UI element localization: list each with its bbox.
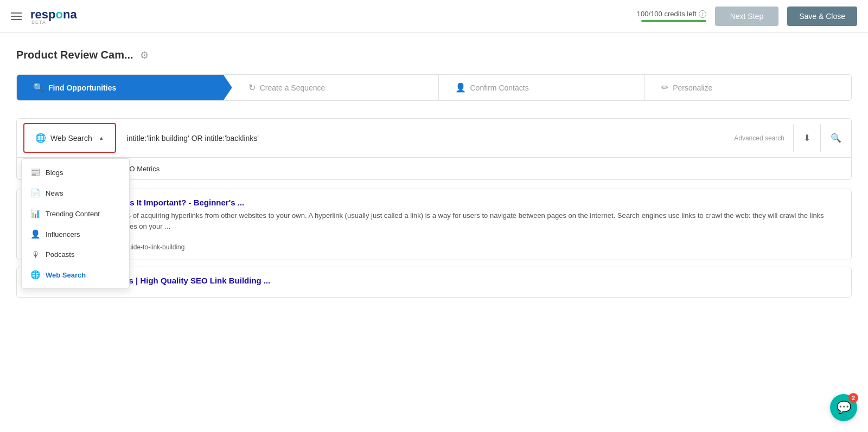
dropdown-item-podcasts[interactable]: 🎙 Podcasts <box>22 244 129 265</box>
sequence-step-icon: ↻ <box>248 82 256 93</box>
credits-bar <box>641 20 706 22</box>
dropdown-item-influencers[interactable]: 👤 Influencers <box>22 224 129 244</box>
result-desc-1: Link building is the process of acquirin… <box>46 210 840 231</box>
trending-icon: 📊 <box>30 209 40 218</box>
workflow-steps: 🔍 Find Opportunities ↻ Create a Sequence… <box>16 74 852 101</box>
search-type-wrapper: 🌐 Web Search ▲ 📰 Blogs 📄 News 📊 <box>17 119 123 157</box>
credits-text: 100/100 credits left <box>637 10 697 18</box>
dropdown-item-web-search[interactable]: 🌐 Web Search <box>22 265 129 285</box>
dropdown-influencers-label: Influencers <box>46 230 80 238</box>
search-type-label: Web Search <box>50 134 92 143</box>
globe-icon: 🌐 <box>35 133 46 143</box>
blogs-icon: 📰 <box>30 167 40 177</box>
page-title: Product Review Cam... <box>16 49 133 61</box>
search-step-icon: 🔍 <box>33 82 44 93</box>
dropdown-blogs-label: Blogs <box>46 169 63 177</box>
hamburger-menu[interactable] <box>11 12 22 20</box>
news-icon: 📄 <box>30 188 40 198</box>
influencers-icon: 👤 <box>30 229 40 239</box>
chat-badge: 2 <box>848 393 858 403</box>
podcasts-icon: 🎙 <box>30 250 40 259</box>
search-top-bar: 🌐 Web Search ▲ 📰 Blogs 📄 News 📊 <box>17 119 851 158</box>
main-header: respona BETA 100/100 credits left i Next… <box>0 0 868 33</box>
chat-icon: 💬 <box>837 401 851 415</box>
logo-beta: BETA <box>31 20 46 25</box>
step-confirm-contacts-label: Confirm Contacts <box>470 83 529 92</box>
search-input-area: Advanced search <box>123 125 793 151</box>
search-filters-bar: ⬛ + Add Filter SEO Metrics <box>17 158 851 179</box>
search-input[interactable] <box>123 125 726 151</box>
contacts-step-icon: 👤 <box>455 82 466 93</box>
dropdown-item-blogs[interactable]: 📰 Blogs <box>22 162 129 183</box>
save-close-button[interactable]: Save & Close <box>787 7 857 26</box>
logo: respona BETA <box>30 8 77 25</box>
result-indexed-1: Indexed: Thu Feb 04 2021 <box>46 235 840 242</box>
result-meta-1: Indexed: Thu Feb 04 2021 https://moz.com… <box>46 235 840 251</box>
settings-gear-icon[interactable]: ⚙ <box>140 49 149 61</box>
search-type-dropdown: 📰 Blogs 📄 News 📊 Trending Content 👤 Infl… <box>21 158 130 289</box>
search-section: 🌐 Web Search ▲ 📰 Blogs 📄 News 📊 <box>16 118 852 180</box>
step-find-opportunities-label: Find Opportunities <box>48 83 116 92</box>
chat-bubble[interactable]: 💬 2 <box>830 394 857 421</box>
dropdown-item-news[interactable]: 📄 News <box>22 183 129 203</box>
result-content-2: Link Building Services | High Quality SE… <box>46 276 840 288</box>
main-content: Product Review Cam... ⚙ 🔍 Find Opportuni… <box>0 33 868 432</box>
advanced-search-label: Advanced search <box>725 134 793 142</box>
search-actions: ⬇ 🔍 <box>793 124 851 152</box>
step-find-opportunities[interactable]: 🔍 Find Opportunities <box>17 75 232 100</box>
result-item-2: Link Building Services | High Quality SE… <box>16 267 852 298</box>
info-icon[interactable]: i <box>699 10 706 18</box>
step-confirm-contacts[interactable]: 👤 Confirm Contacts <box>439 75 646 100</box>
search-execute-button[interactable]: 🔍 <box>820 124 851 152</box>
personalize-step-icon: ✏ <box>661 82 668 93</box>
page-title-row: Product Review Cam... ⚙ <box>16 49 852 61</box>
dropdown-trending-label: Trending Content <box>46 210 100 218</box>
step-personalize[interactable]: ✏ Personalize <box>645 75 851 100</box>
credits-section: 100/100 credits left i <box>637 10 706 22</box>
web-search-dropdown-icon: 🌐 <box>30 270 40 280</box>
dropdown-podcasts-label: Podcasts <box>46 250 74 259</box>
step-personalize-label: Personalize <box>673 83 712 92</box>
chevron-up-icon: ▲ <box>99 135 104 141</box>
dropdown-item-trending[interactable]: 📊 Trending Content <box>22 203 129 224</box>
download-button[interactable]: ⬇ <box>794 124 820 152</box>
next-step-button[interactable]: Next Step <box>715 7 778 26</box>
dropdown-web-search-label: Web Search <box>46 271 86 279</box>
result-url-1[interactable]: https://moz.com/beginners-guide-to-link-… <box>46 243 840 251</box>
step-create-sequence[interactable]: ↻ Create a Sequence <box>232 75 439 100</box>
credits-fill <box>641 20 706 22</box>
result-content-1: Link Building & Why Is It Important? - B… <box>46 198 840 251</box>
search-type-button[interactable]: 🌐 Web Search ▲ <box>23 123 116 153</box>
result-item-1: Link Building & Why Is It Important? - B… <box>16 189 852 260</box>
dropdown-news-label: News <box>46 189 63 197</box>
result-title-2[interactable]: Link Building Services | High Quality SE… <box>46 276 840 285</box>
step-create-sequence-label: Create a Sequence <box>260 83 326 92</box>
result-title-1[interactable]: Link Building & Why Is It Important? - B… <box>46 198 840 207</box>
